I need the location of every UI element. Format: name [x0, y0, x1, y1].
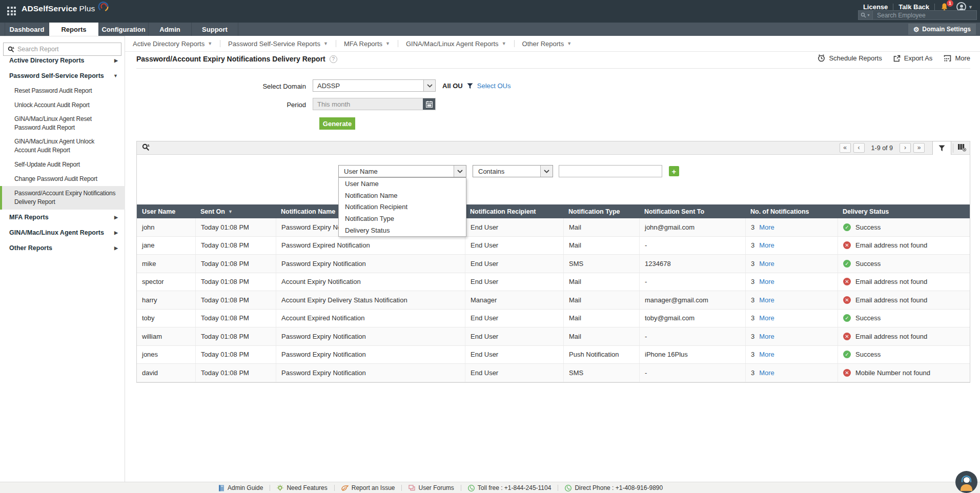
sidebar-item[interactable]: GINA/Mac/Linux Agent Reset Password Audi… [0, 112, 125, 135]
sidebar-item[interactable]: GINA/Mac/Linux Agent Reports▶ [0, 225, 125, 240]
more-link[interactable]: More [759, 314, 774, 322]
tab-support[interactable]: Support [192, 23, 238, 36]
sidebar-item[interactable]: Active Directory Reports▶ [0, 53, 125, 68]
schedule-reports-button[interactable]: Schedule Reports [818, 54, 882, 62]
calendar-icon[interactable] [423, 98, 435, 110]
report-nav-item[interactable]: Password Self-Service Reports▼ [220, 40, 336, 48]
more-link[interactable]: More [759, 260, 774, 268]
cell: SMS [563, 255, 639, 273]
prev-page-button[interactable]: ‹ [853, 143, 865, 153]
tab-admin[interactable]: Admin [149, 23, 192, 36]
filter-menu-option[interactable]: User Name [339, 178, 466, 190]
status-error-icon: ✕ [843, 241, 851, 249]
direct-footer-link[interactable]: Direct Phone : +1-408-916-9890 [565, 484, 663, 491]
admin-footer-link[interactable]: Admin Guide [218, 484, 263, 491]
select-ous-link[interactable]: Select OUs [477, 82, 511, 90]
report-table-panel: « ‹ 1-9 of 9 › » User Name Contains + [136, 141, 970, 383]
more-link[interactable]: More [759, 369, 774, 377]
table-search-icon[interactable] [142, 143, 150, 151]
column-header[interactable]: Notification Recipient [465, 204, 563, 218]
report-nav-item[interactable]: GINA/Mac/Linux Agent Reports▼ [398, 40, 514, 48]
cell: harry [137, 291, 195, 309]
need-footer-link[interactable]: Need Features [277, 484, 327, 491]
filter-value-input[interactable] [559, 165, 662, 177]
more-link[interactable]: More [759, 351, 774, 358]
filter-operator-select[interactable]: Contains [473, 165, 553, 177]
period-input[interactable]: This month [313, 98, 436, 110]
chevron-down-icon: ▼ [208, 41, 212, 46]
sidebar-item-label: Other Reports [9, 244, 52, 252]
user-footer-link[interactable]: User Forums [409, 484, 454, 491]
employee-search[interactable]: ▼ Search Employee [858, 10, 977, 20]
report-nav-item[interactable]: Active Directory Reports▼ [125, 40, 220, 48]
cell: 3More [745, 237, 838, 255]
report-category-nav: Active Directory Reports▼Password Self-S… [125, 36, 980, 52]
ou-filter-icon[interactable] [467, 83, 473, 89]
cell: william [137, 327, 195, 345]
filter-menu-option[interactable]: Delivery Status [339, 224, 466, 236]
cell: End User [465, 218, 563, 236]
sidebar-item[interactable]: MFA Reports▶ [0, 210, 125, 225]
domain-select[interactable]: ADSSP [313, 79, 436, 92]
more-link[interactable]: More [759, 296, 774, 304]
sidebar-item[interactable]: Change Password Audit Report [0, 172, 125, 186]
tab-reports[interactable]: Reports [49, 23, 99, 36]
column-header[interactable]: No. of Notifications [745, 204, 838, 218]
sidebar-item[interactable]: Password/Account Expiry Notifications De… [0, 186, 125, 210]
column-header[interactable]: Notification Sent To [639, 204, 745, 218]
status-success-icon: ✓ [843, 260, 851, 268]
chevron-down-icon [423, 80, 435, 91]
cell: Mail [563, 273, 639, 291]
filter-menu-option[interactable]: Notification Name [339, 190, 466, 201]
cell: Password Expiry Notification [276, 346, 465, 364]
export-as-button[interactable]: Export As [893, 54, 933, 62]
support-chat-button[interactable] [955, 471, 977, 493]
filter-toggle-button[interactable] [932, 141, 951, 155]
generate-button[interactable]: Generate [319, 117, 355, 130]
report-nav-item[interactable]: MFA Reports▼ [336, 40, 398, 48]
sidebar-item[interactable]: Unlock Account Audit Report [0, 98, 125, 112]
sidebar-item[interactable]: Password Self-Service Reports▼ [0, 68, 125, 84]
book-icon [218, 485, 224, 491]
report-footer-link[interactable]: Report an Issue [341, 484, 395, 491]
column-header[interactable]: Sent On▼ [195, 204, 276, 218]
sidebar-item[interactable]: Other Reports▶ [0, 240, 125, 256]
status-text: Email address not found [855, 333, 927, 340]
tab-dashboard[interactable]: Dashboard [5, 23, 49, 36]
license-link[interactable]: License [863, 3, 888, 11]
more-link[interactable]: More [759, 223, 774, 231]
help-icon[interactable]: ? [330, 55, 337, 63]
more-link[interactable]: More [759, 241, 774, 249]
sidebar-item[interactable]: Self-Update Audit Report [0, 157, 125, 172]
column-header[interactable]: Notification Type [563, 204, 639, 218]
bulb-icon [277, 485, 283, 491]
sidebar-item[interactable]: GINA/Mac/Linux Agent Unlock Account Audi… [0, 135, 125, 157]
table-row: johnToday 01:08 PMPassword Expiry Notifi… [137, 218, 970, 237]
table-row: tobyToday 01:08 PMAccount Expired Notifi… [137, 310, 970, 328]
sidebar-item-label: Unlock Account Audit Report [14, 101, 90, 109]
chevron-down-icon: ▼ [502, 41, 506, 46]
tab-configuration[interactable]: Configuration [99, 23, 149, 36]
last-page-button[interactable]: » [913, 143, 925, 153]
filter-menu-option[interactable]: Notification Recipient [339, 201, 466, 213]
cell: Today 01:08 PM [195, 255, 276, 273]
filter-field-select[interactable]: User Name [338, 165, 466, 177]
column-chooser-button[interactable] [957, 143, 967, 152]
domain-settings-button[interactable]: ⚙ Domain Settings [908, 24, 976, 35]
status-text: Email address not found [855, 241, 927, 249]
toll-footer-link[interactable]: Toll free : +1-844-245-1104 [468, 484, 552, 491]
filter-menu-option[interactable]: Notification Type [339, 213, 466, 224]
sidebar-item[interactable]: Reset Password Audit Report [0, 84, 125, 98]
column-header[interactable]: User Name [137, 204, 195, 218]
talk-back-link[interactable]: Talk Back [899, 3, 929, 11]
more-link[interactable]: More [759, 278, 774, 285]
more-link[interactable]: More [759, 333, 774, 340]
add-filter-button[interactable]: + [669, 166, 679, 176]
next-page-button[interactable]: › [900, 143, 911, 153]
app-launcher-icon[interactable] [7, 7, 16, 16]
column-header[interactable]: Delivery Status [838, 204, 970, 218]
notification-count: 3 [751, 369, 754, 377]
first-page-button[interactable]: « [840, 143, 851, 153]
more-button[interactable]: More [944, 54, 970, 62]
report-nav-item[interactable]: Other Reports▼ [515, 40, 580, 48]
